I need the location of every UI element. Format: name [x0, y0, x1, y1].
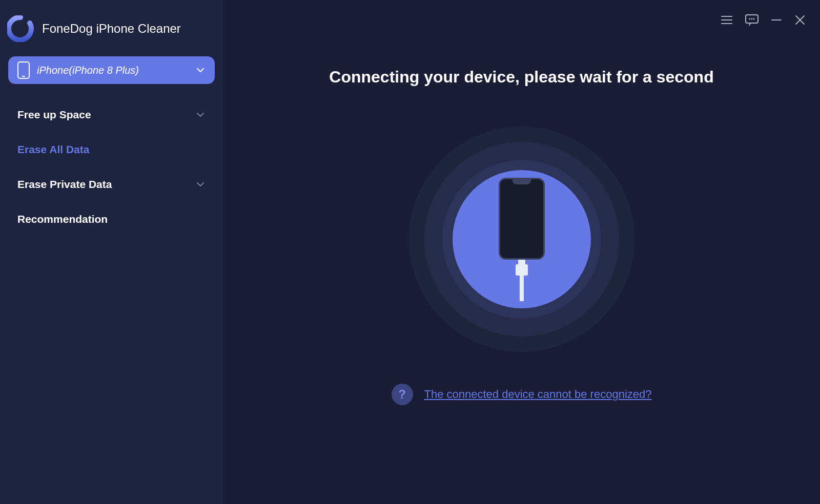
menu-icon[interactable] [720, 13, 734, 29]
main-content: Connecting your device, please wait for … [223, 0, 820, 504]
app-title: FoneDog iPhone Cleaner [42, 22, 181, 36]
sidebar-item-label: Recommendation [17, 213, 206, 225]
window-controls [720, 12, 807, 30]
svg-point-5 [753, 18, 755, 20]
phone-body-icon [499, 178, 545, 260]
device-not-recognized-link[interactable]: The connected device cannot be recognize… [424, 388, 652, 401]
cable-plug-icon [516, 264, 528, 276]
svg-point-4 [751, 18, 753, 20]
chevron-down-icon [195, 110, 206, 120]
app-logo-icon [7, 15, 34, 42]
sidebar-item-label: Free up Space [17, 109, 195, 121]
sidebar-nav: Free up Space Erase All Data Erase Priva… [5, 97, 218, 237]
sidebar-item-recommendation[interactable]: Recommendation [5, 202, 218, 237]
help-row: ? The connected device cannot be recogni… [392, 384, 652, 405]
sidebar-item-label: Erase Private Data [17, 178, 195, 191]
minimize-icon[interactable] [770, 13, 783, 29]
connecting-headline: Connecting your device, please wait for … [329, 68, 713, 87]
device-selector[interactable]: iPhone(iPhone 8 Plus) [8, 56, 215, 84]
cable-tip-icon [518, 259, 525, 264]
sidebar-item-erase-private-data[interactable]: Erase Private Data [5, 167, 218, 202]
sidebar-item-free-up-space[interactable]: Free up Space [5, 97, 218, 132]
sidebar-item-label: Erase All Data [17, 143, 206, 156]
svg-point-3 [749, 18, 751, 20]
help-badge-label: ? [398, 387, 406, 402]
brand: FoneDog iPhone Cleaner [5, 10, 218, 56]
phone-with-cable-icon [499, 178, 545, 301]
chevron-down-icon [195, 65, 206, 75]
phone-notch-icon [512, 179, 531, 184]
svg-rect-1 [22, 76, 25, 77]
connecting-graphic [409, 127, 634, 352]
cable-wire-icon [520, 276, 524, 301]
close-icon[interactable] [793, 13, 807, 29]
device-selector-label: iPhone(iPhone 8 Plus) [37, 65, 195, 76]
help-icon[interactable]: ? [392, 384, 413, 405]
sidebar-item-erase-all-data[interactable]: Erase All Data [5, 132, 218, 167]
feedback-icon[interactable] [744, 12, 760, 30]
sidebar: FoneDog iPhone Cleaner iPhone(iPhone 8 P… [0, 0, 223, 504]
phone-icon [17, 61, 30, 79]
chevron-down-icon [195, 179, 206, 190]
